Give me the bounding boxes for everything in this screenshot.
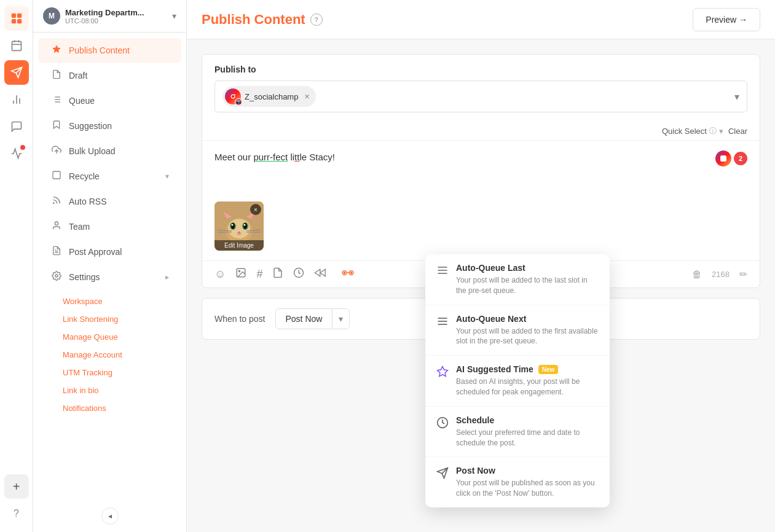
icon-bar-analytics[interactable]: [4, 87, 29, 112]
svg-point-50: [239, 270, 240, 272]
icon-bar-inbox[interactable]: [4, 114, 29, 139]
icon-bar-publish[interactable]: [4, 60, 29, 85]
settings-sub-link-shortening[interactable]: Link Shortening: [33, 310, 186, 328]
icon-bar-add[interactable]: +: [4, 474, 29, 499]
svg-rect-30: [720, 155, 726, 162]
schedule-dropdown: Auto-Queue Last Your post will be added …: [425, 254, 610, 507]
post-text-middle: li: [288, 152, 294, 162]
ai-suggested-time-title: AI Suggested Time New: [456, 364, 599, 374]
schedule-title: Schedule: [456, 415, 599, 425]
schedule-text: Schedule Select your preferred time and …: [456, 415, 599, 448]
instagram-badge: 📷: [235, 98, 242, 106]
new-badge: New: [538, 365, 559, 374]
workspace-name: Marketing Departm...: [65, 8, 167, 17]
workspace-info: Marketing Departm... UTC-08:00: [65, 8, 167, 25]
post-badges: 2: [715, 151, 747, 166]
post-now-text: Post Now Your post will be published as …: [456, 466, 599, 499]
settings-sub-utm-tracking[interactable]: UTM Tracking: [33, 364, 186, 381]
queue-label: Queue: [69, 96, 95, 106]
dropdown-ai-suggested-time[interactable]: AI Suggested Time New Based on AI insigh…: [425, 356, 610, 407]
publish-to-label: Publish to: [214, 65, 747, 74]
icon-bar-help[interactable]: ?: [4, 501, 29, 526]
sidebar-item-settings[interactable]: Settings ▸: [38, 265, 181, 289]
page-title-text: Publish Content: [202, 12, 305, 28]
icon-bar-calendar[interactable]: [4, 33, 29, 58]
settings-sub-manage-account[interactable]: Manage Account: [33, 346, 186, 364]
ai-button[interactable]: [341, 267, 355, 281]
sidebar-collapse-button[interactable]: ◂: [101, 507, 119, 525]
edit-image-button[interactable]: Edit Image: [214, 240, 264, 251]
account-chip-remove-button[interactable]: ×: [304, 92, 309, 101]
post-now-desc: Your post will be published as soon as y…: [456, 478, 599, 499]
edit-post-button[interactable]: ✏: [739, 268, 747, 280]
svg-point-40: [231, 223, 235, 229]
settings-sub-notifications[interactable]: Notifications: [33, 399, 186, 417]
sidebar-item-draft[interactable]: Draft: [38, 63, 181, 88]
recycle-icon: [50, 170, 63, 182]
dropdown-schedule[interactable]: Schedule Select your preferred time and …: [425, 407, 610, 458]
queue-icon: [50, 95, 63, 107]
svg-rect-0: [11, 14, 15, 18]
image-thumb: × Edit Image: [214, 201, 264, 251]
svg-rect-4: [12, 41, 21, 50]
dropdown-auto-queue-next[interactable]: Auto-Queue Next Your post will be added …: [425, 305, 610, 356]
sidebar-item-publish[interactable]: Publish Content: [38, 38, 181, 63]
icon-bar: + ?: [0, 0, 33, 532]
settings-sub-manage-queue[interactable]: Manage Queue: [33, 328, 186, 346]
post-text-prefix: Meet our: [214, 152, 253, 162]
emoji-picker-button[interactable]: ☺: [214, 268, 226, 281]
auto-queue-next-text: Auto-Queue Next Your post will be added …: [456, 314, 599, 347]
sidebar-item-post-approval[interactable]: Post Approval: [38, 240, 181, 264]
auto-queue-last-title: Auto-Queue Last: [456, 263, 599, 273]
sidebar-item-queue[interactable]: Queue: [38, 88, 181, 113]
settings-sub-link-in-bio[interactable]: Link in bio: [33, 381, 186, 399]
sidebar-item-recycle[interactable]: Recycle ▾: [38, 164, 181, 189]
image-remove-button[interactable]: ×: [250, 204, 261, 215]
post-now-value: Post Now: [276, 309, 332, 329]
svg-point-43: [244, 224, 246, 226]
dropdown-auto-queue-last[interactable]: Auto-Queue Last Your post will be added …: [425, 254, 610, 305]
post-text-area[interactable]: Meet our purr-fect little Stacy! 2: [202, 140, 760, 201]
image-preview-section: × Edit Image: [202, 201, 760, 260]
settings-sub-workspace[interactable]: Workspace: [33, 292, 186, 310]
dropdown-post-now[interactable]: Post Now Your post will be published as …: [425, 457, 610, 507]
recycle-chevron-icon: ▾: [165, 172, 169, 181]
schedule-button[interactable]: [293, 267, 304, 281]
settings-label: Settings: [69, 272, 100, 282]
account-selector[interactable]: 📷 Z_socialchamp × ▾: [214, 80, 747, 112]
image-upload-button[interactable]: [235, 267, 246, 281]
sidebar-nav: Publish Content Draft Queue Suggestion B…: [33, 33, 186, 500]
sidebar-item-team[interactable]: Team: [38, 214, 181, 239]
preview-button[interactable]: Preview →: [693, 8, 760, 31]
quick-select-info-icon: ⓘ: [709, 126, 717, 136]
draft-label: Draft: [69, 71, 87, 80]
ai-suggested-time-text: AI Suggested Time New Based on AI insigh…: [456, 364, 599, 397]
quick-select-button[interactable]: Quick Select ⓘ ▾: [662, 126, 723, 136]
draft-icon: [50, 69, 63, 82]
sidebar-item-bulk-upload[interactable]: Bulk Upload: [38, 139, 181, 163]
svg-point-29: [234, 94, 235, 95]
bulk-upload-icon: [50, 145, 63, 157]
sidebar: M Marketing Departm... UTC-08:00 ▾ Publi…: [33, 0, 187, 532]
notes-button[interactable]: [272, 267, 283, 281]
publish-card: Publish to 📷 Z_socialchamp × ▾: [202, 54, 760, 288]
schedule-desc: Select your preferred time and date to s…: [456, 428, 599, 448]
hashtag-button[interactable]: #: [256, 268, 262, 281]
when-to-post-chevron-icon: ▾: [332, 309, 349, 329]
char-count: 2168: [712, 270, 730, 279]
svg-rect-3: [17, 19, 21, 23]
workspace-selector[interactable]: M Marketing Departm... UTC-08:00 ▾: [43, 7, 176, 25]
auto-queue-next-desc: Your post will be added to the first ava…: [456, 326, 599, 347]
delete-post-button[interactable]: 🗑: [692, 269, 702, 280]
sidebar-item-auto-rss[interactable]: Auto RSS: [38, 189, 181, 214]
boost-button[interactable]: [314, 267, 331, 281]
sidebar-item-suggestion[interactable]: Suggestion: [38, 114, 181, 138]
icon-bar-logo[interactable]: [4, 6, 29, 31]
sidebar-header: M Marketing Departm... UTC-08:00 ▾: [33, 0, 186, 33]
quick-select-bar: Quick Select ⓘ ▾ Clear: [202, 122, 760, 140]
icon-bar-reports[interactable]: [4, 141, 29, 166]
when-to-post-selector[interactable]: Post Now ▾: [275, 308, 350, 329]
help-icon[interactable]: ?: [310, 14, 323, 26]
clear-button[interactable]: Clear: [728, 127, 747, 136]
settings-chevron-icon: ▸: [165, 273, 169, 281]
